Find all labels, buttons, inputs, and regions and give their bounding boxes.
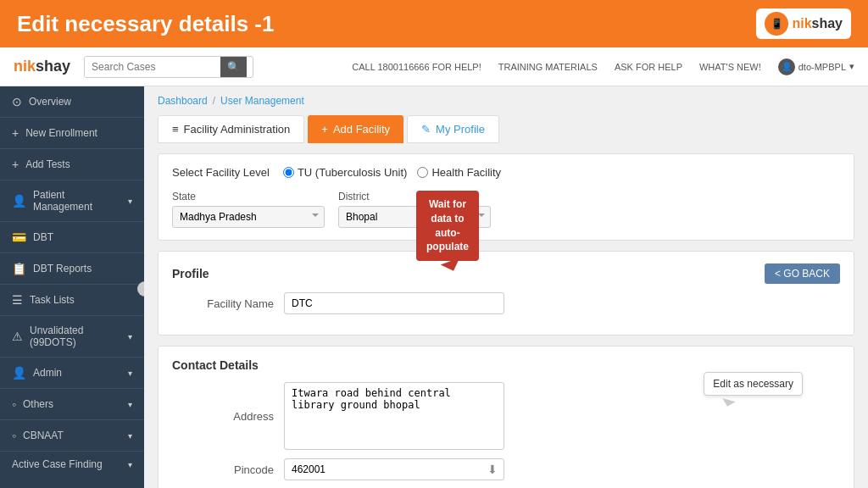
chevron-down-icon: ▾ [128,431,132,441]
sidebar-item-new-enrollment[interactable]: + New Enrollment [0,118,144,149]
admin-icon: 👤 [12,366,26,380]
sidebar-item-label: Others [23,398,53,410]
facility-name-label: Facility Name [172,297,274,310]
sidebar: ⊙ Overview + New Enrollment + Add Tests … [0,86,144,488]
tabs: ≡ Facility Administration + Add Facility… [158,115,854,143]
radio-hf-input[interactable] [417,167,428,178]
state-select[interactable]: Madhya Pradesh [172,206,325,228]
call-help-link[interactable]: CALL 1800116666 FOR HELP! [352,62,481,72]
facility-name-input[interactable] [284,292,504,314]
logo-text: nikshay [792,16,843,31]
tab-label: My Profile [436,123,485,136]
radio-tu-input[interactable] [283,167,294,178]
user-name: dto-MPBPL [798,62,846,72]
sidebar-item-others[interactable]: ◦ Others ▾ [0,389,144,420]
sidebar-item-label: Patient Management [33,189,121,213]
sidebar-item-add-tests[interactable]: + Add Tests [0,149,144,180]
radio-tu-label: TU (Tuberculosis Unit) [298,166,408,179]
search-button[interactable]: 🔍 [220,57,247,77]
breadcrumb: Dashboard / User Management [158,95,854,107]
sidebar-item-label: Add Tests [25,158,70,170]
tab-add-facility[interactable]: + Add Facility [308,115,403,143]
overview-icon: ⊙ [12,95,22,108]
state-district-row: State Madhya Pradesh District Bhopal Wai… [172,191,840,228]
address-label: Address [172,410,274,423]
sidebar-item-unvalidated[interactable]: ⚠ Unvalidated (99DOTS) ▾ [0,316,144,358]
patient-management-icon: 👤 [12,194,26,208]
nikshay-logo: nikshay [14,58,70,75]
sidebar-item-dbt-reports[interactable]: 📋 DBT Reports [0,253,144,285]
layout: ⊙ Overview + New Enrollment + Add Tests … [0,86,868,488]
unvalidated-icon: ⚠ [12,330,23,343]
sidebar-item-label: DBT Reports [33,263,92,274]
facility-level-selector: Select Facility Level TU (Tuberculosis U… [172,166,840,179]
tab-my-profile[interactable]: ✎ My Profile [407,115,499,143]
sidebar-item-cbnaat[interactable]: ◦ CBNAAT ▾ [0,420,144,452]
logo-phone-icon: 📱 [765,12,788,36]
breadcrumb-home[interactable]: Dashboard [158,95,208,107]
user-dropdown-icon: ▾ [849,61,854,72]
auto-populate-tooltip: Wait for data toauto-populate [416,191,479,261]
others-icon: ◦ [12,397,16,411]
radio-hf[interactable]: Health Facility [417,166,501,179]
go-back-button[interactable]: < GO BACK [765,263,840,284]
facility-admin-icon: ≡ [172,123,179,136]
address-textarea[interactable]: Itwara road behind central library groun… [284,382,504,450]
nav-links: CALL 1800116666 FOR HELP! TRAINING MATER… [352,58,854,75]
radio-group: TU (Tuberculosis Unit) Health Facility [283,166,501,179]
profile-title: Profile [172,267,209,280]
sidebar-item-task-lists[interactable]: ☰ Task Lists [0,285,144,316]
new-enrollment-icon: + [12,126,19,140]
search-input[interactable] [85,57,220,77]
whats-new-link[interactable]: WHAT'S NEW! [699,62,761,72]
tab-label: Add Facility [333,123,390,136]
training-link[interactable]: TRAINING MATERIALS [498,62,598,72]
edit-tooltip-text: Edit as necessary [713,378,793,390]
sidebar-item-label: CBNAAT [23,430,64,441]
sidebar-item-label: Overview [29,96,71,108]
chevron-down-icon: ▾ [128,332,132,341]
state-field: State Madhya Pradesh [172,191,325,228]
search-bar[interactable]: 🔍 [84,56,253,78]
edit-tooltip: Edit as necessary [704,372,803,396]
pin-row: Pincode ⬇ [172,458,840,480]
sidebar-item-label: Unvalidated (99DOTS) [30,324,121,348]
sidebar-item-label: Admin [33,367,62,379]
state-label: State [172,191,325,202]
pin-input[interactable] [284,458,504,480]
facility-level-label: Select Facility Level [172,166,270,179]
pin-label: Pincode [172,463,274,476]
user-badge[interactable]: 👤 dto-MPBPL ▾ [778,58,854,75]
add-facility-icon: + [321,123,328,136]
pin-field-wrapper: ⬇ [284,458,504,480]
active-case-label: Active Case Finding [12,458,103,470]
profile-icon: ✎ [421,123,431,136]
ask-help-link[interactable]: ASK FOR HELP [615,62,682,72]
dbt-icon: 💳 [12,230,26,244]
user-icon: 👤 [778,58,795,75]
task-lists-icon: ☰ [12,293,23,307]
breadcrumb-current[interactable]: User Management [220,95,304,107]
chevron-down-icon: ▾ [128,197,132,206]
contact-section: Contact Details Edit as necessary Addres… [158,346,854,488]
sidebar-item-active-case-finding[interactable]: Active Case Finding ▾ [0,452,144,477]
radio-tu[interactable]: TU (Tuberculosis Unit) [283,166,408,179]
contact-header: Contact Details [172,358,840,372]
sidebar-item-admin[interactable]: 👤 Admin ▾ [0,358,144,389]
sidebar-item-overview[interactable]: ⊙ Overview [0,86,144,118]
banner-title: Edit necessary details -1 [17,11,274,37]
add-tests-icon: + [12,158,19,171]
chevron-down-icon: ▾ [128,369,132,378]
chevron-down-icon: ▾ [128,460,132,469]
profile-section-header: Profile < GO BACK [172,263,840,284]
chevron-down-icon: ▾ [128,400,132,409]
profile-section: Profile < GO BACK Facility Name [158,251,854,336]
facility-level-card: Select Facility Level TU (Tuberculosis U… [158,153,854,241]
dbt-reports-icon: 📋 [12,262,26,275]
sidebar-item-dbt[interactable]: 💳 DBT [0,222,144,253]
sidebar-item-patient-management[interactable]: 👤 Patient Management ▾ [0,180,144,222]
tab-facility-administration[interactable]: ≡ Facility Administration [158,115,304,143]
top-nav: nikshay 🔍 CALL 1800116666 FOR HELP! TRAI… [0,47,868,86]
tab-label: Facility Administration [184,123,291,136]
main-content: Dashboard / User Management ≡ Facility A… [144,86,868,488]
